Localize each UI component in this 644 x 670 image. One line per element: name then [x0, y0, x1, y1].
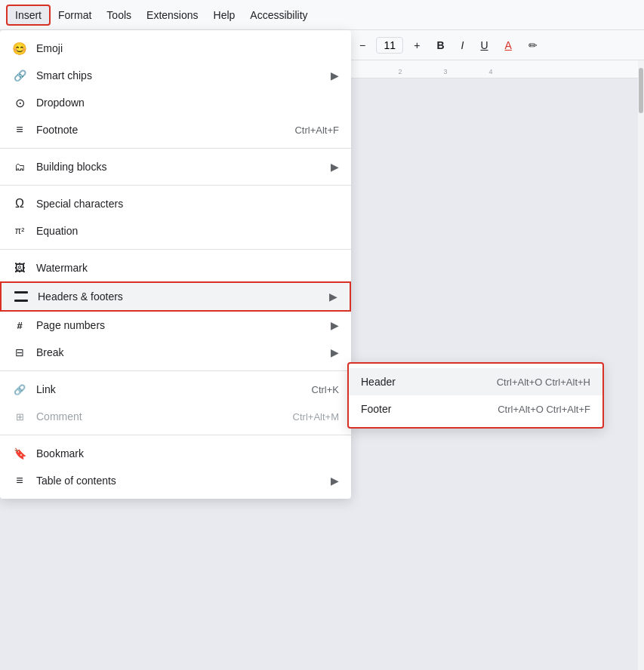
- page-numbers-label: Page numbers: [36, 319, 105, 331]
- footer-shortcut: Ctrl+Alt+O Ctrl+Alt+F: [498, 404, 590, 415]
- doc-ruler: 2 3 4: [347, 60, 638, 78]
- menu-item-headers-footers[interactable]: Headers & footers ▶: [0, 281, 351, 312]
- menu-item-building-blocks[interactable]: 🗂 Building blocks ▶: [0, 153, 351, 180]
- menu-tools[interactable]: Tools: [99, 6, 139, 24]
- menu-accessibility[interactable]: Accessibility: [242, 6, 315, 24]
- menu-help[interactable]: Help: [206, 6, 243, 24]
- menu-item-link[interactable]: 🔗 Link Ctrl+K: [0, 376, 351, 403]
- menu-insert[interactable]: Insert: [6, 5, 51, 26]
- ruler-num-4: 4: [468, 68, 513, 75]
- building-blocks-icon: 🗂: [12, 159, 27, 174]
- page-numbers-arrow: ▶: [331, 319, 339, 331]
- special-characters-icon: Ω: [12, 196, 27, 211]
- svg-rect-1: [14, 300, 28, 302]
- break-arrow: ▶: [331, 346, 339, 358]
- bookmark-label: Bookmark: [36, 447, 84, 459]
- divider-2: [0, 185, 351, 186]
- divider-4: [0, 370, 351, 371]
- watermark-icon: 🖼: [12, 260, 27, 275]
- emoji-icon: 😊: [12, 41, 27, 56]
- ruler-num-2: 2: [377, 68, 423, 75]
- link-icon: 🔗: [12, 382, 27, 397]
- menu-format[interactable]: Format: [51, 6, 99, 24]
- underline-button[interactable]: U: [474, 36, 494, 54]
- link-shortcut: Ctrl+K: [312, 384, 339, 395]
- smart-chips-label: Smart chips: [36, 69, 92, 81]
- comment-icon: ⊞: [12, 409, 27, 424]
- menu-item-footnote[interactable]: ≡ Footnote Ctrl+Alt+F: [0, 116, 351, 143]
- smart-chips-arrow: ▶: [331, 69, 339, 81]
- break-label: Break: [36, 346, 64, 358]
- submenu-item-header[interactable]: Header Ctrl+Alt+O Ctrl+Alt+H: [349, 368, 602, 395]
- menu-extensions[interactable]: Extensions: [139, 6, 205, 24]
- insert-menu: 😊 Emoji 🔗 Smart chips ▶ ⊙ Dropdown ≡ Foo…: [0, 30, 351, 499]
- menu-item-bookmark[interactable]: 🔖 Bookmark: [0, 440, 351, 467]
- divider-3: [0, 249, 351, 250]
- building-blocks-label: Building blocks: [36, 161, 106, 173]
- submenu-item-footer[interactable]: Footer Ctrl+Alt+O Ctrl+Alt+F: [349, 395, 602, 423]
- bold-button[interactable]: B: [430, 36, 450, 54]
- font-size-decrease[interactable]: −: [353, 36, 371, 54]
- smart-chips-icon: 🔗: [12, 68, 27, 83]
- building-blocks-arrow: ▶: [331, 161, 339, 173]
- font-size-input[interactable]: 11: [376, 37, 403, 54]
- footnote-shortcut: Ctrl+Alt+F: [294, 124, 339, 136]
- menu-item-smart-chips[interactable]: 🔗 Smart chips ▶: [0, 62, 351, 89]
- page-numbers-icon: #: [12, 318, 27, 333]
- equation-icon: π²: [12, 223, 27, 238]
- headers-footers-submenu: Header Ctrl+Alt+O Ctrl+Alt+H Footer Ctrl…: [347, 362, 604, 429]
- ruler-num-3: 3: [423, 68, 468, 75]
- menu-item-break[interactable]: ⊟ Break ▶: [0, 339, 351, 366]
- headers-footers-arrow: ▶: [329, 290, 337, 303]
- footnote-icon: ≡: [12, 122, 27, 137]
- footnote-label: Footnote: [36, 124, 78, 136]
- comment-shortcut: Ctrl+Alt+M: [293, 411, 339, 423]
- menu-item-emoji[interactable]: 😊 Emoji: [0, 35, 351, 62]
- font-color-button[interactable]: A: [499, 36, 518, 54]
- scrollbar-thumb[interactable]: [639, 68, 643, 113]
- menu-item-table-of-contents[interactable]: ≡ Table of contents ▶: [0, 467, 351, 494]
- dropdown-icon: ⊙: [12, 95, 27, 110]
- table-of-contents-icon: ≡: [12, 473, 27, 488]
- menu-item-dropdown[interactable]: ⊙ Dropdown: [0, 89, 351, 116]
- link-label: Link: [36, 383, 56, 395]
- break-icon: ⊟: [12, 345, 27, 360]
- toolbar: − 11 + B I U A ✏: [347, 30, 644, 60]
- font-size-increase[interactable]: +: [408, 36, 426, 54]
- svg-rect-0: [14, 291, 28, 294]
- table-of-contents-label: Table of contents: [36, 475, 116, 487]
- dropdown-label: Dropdown: [36, 97, 85, 109]
- comment-label: Comment: [36, 410, 82, 423]
- divider-5: [0, 435, 351, 435]
- headers-footers-label: Headers & footers: [38, 290, 123, 303]
- menu-item-special-characters[interactable]: Ω Special characters: [0, 190, 351, 217]
- menu-bar: Insert Format Tools Extensions Help Acce…: [0, 0, 644, 30]
- divider-1: [0, 148, 351, 149]
- bookmark-icon: 🔖: [12, 446, 27, 461]
- equation-label: Equation: [36, 225, 78, 237]
- special-characters-label: Special characters: [36, 198, 123, 210]
- headers-footers-icon: [14, 289, 29, 304]
- vertical-scrollbar[interactable]: [638, 60, 644, 670]
- footer-label: Footer: [361, 403, 391, 415]
- table-of-contents-arrow: ▶: [331, 475, 339, 487]
- menu-item-watermark[interactable]: 🖼 Watermark: [0, 254, 351, 281]
- watermark-label: Watermark: [36, 262, 88, 274]
- emoji-label: Emoji: [36, 42, 63, 54]
- menu-item-page-numbers[interactable]: # Page numbers ▶: [0, 312, 351, 339]
- pencil-button[interactable]: ✏: [522, 36, 544, 54]
- italic-button[interactable]: I: [455, 36, 470, 54]
- header-label: Header: [361, 376, 396, 388]
- menu-item-comment: ⊞ Comment Ctrl+Alt+M: [0, 403, 351, 430]
- header-shortcut: Ctrl+Alt+O Ctrl+Alt+H: [497, 376, 590, 388]
- menu-item-equation[interactable]: π² Equation: [0, 217, 351, 244]
